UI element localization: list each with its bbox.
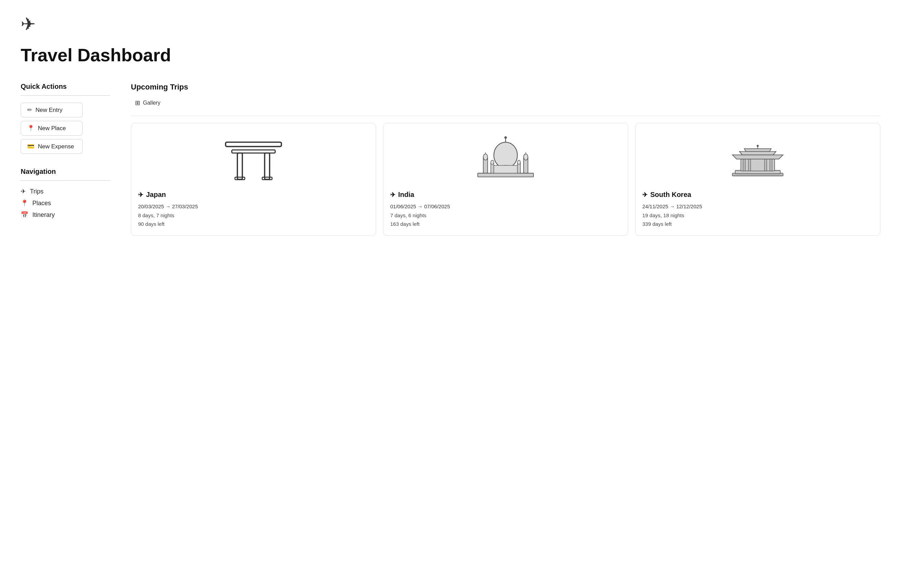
- navigation-section: Navigation ✈ Trips 📍 Places 📅 Itinerary: [21, 168, 110, 219]
- svg-rect-0: [226, 142, 281, 147]
- new-entry-label: New Entry: [36, 107, 62, 114]
- content-divider: [131, 116, 880, 116]
- gallery-label: Gallery: [143, 100, 161, 106]
- pin-icon: 📍: [27, 124, 34, 132]
- japan-image: [138, 130, 369, 185]
- quick-actions-divider: [21, 95, 110, 96]
- main-layout: Quick Actions ✏ New Entry 📍 New Place 💳 …: [21, 82, 880, 236]
- svg-rect-6: [478, 173, 533, 177]
- japan-meta: 20/03/2025 → 27/03/2025 8 days, 7 nights…: [138, 202, 369, 229]
- south-korea-plane-icon: ✈: [642, 191, 647, 199]
- svg-rect-25: [748, 159, 751, 171]
- pencil-icon: ✏: [27, 106, 32, 114]
- svg-marker-29: [739, 151, 776, 155]
- svg-rect-26: [765, 159, 767, 171]
- nav-divider: [21, 180, 110, 181]
- nav-list: ✈ Trips 📍 Places 📅 Itinerary: [21, 188, 110, 219]
- upcoming-trips-title: Upcoming Trips: [131, 82, 880, 92]
- trips-label: Trips: [30, 188, 44, 195]
- new-place-button[interactable]: 📍 New Place: [21, 121, 83, 135]
- svg-rect-3: [265, 153, 269, 180]
- trip-card-japan[interactable]: ✈ Japan 20/03/2025 → 27/03/2025 8 days, …: [131, 123, 376, 236]
- svg-rect-4: [235, 177, 245, 180]
- svg-point-36: [757, 145, 759, 147]
- new-expense-label: New Expense: [38, 143, 74, 150]
- svg-marker-28: [732, 155, 783, 159]
- svg-point-14: [524, 154, 528, 160]
- app-icon: ✈: [21, 14, 880, 34]
- navigation-title: Navigation: [21, 168, 110, 176]
- new-entry-button[interactable]: ✏ New Entry: [21, 103, 83, 117]
- svg-point-7: [494, 142, 517, 168]
- sidebar-item-places[interactable]: 📍 Places: [21, 199, 110, 207]
- south-korea-meta: 24/11/2025 → 12/12/2025 19 days, 18 nigh…: [642, 202, 873, 229]
- japan-plane-icon: ✈: [138, 191, 143, 199]
- svg-rect-24: [743, 159, 745, 171]
- india-name: ✈ India: [390, 191, 621, 199]
- japan-name: ✈ Japan: [138, 191, 369, 199]
- itinerary-icon: 📅: [21, 211, 28, 219]
- svg-rect-20: [494, 166, 517, 174]
- sidebar-item-itinerary[interactable]: 📅 Itinerary: [21, 211, 110, 219]
- south-korea-image: [642, 130, 873, 185]
- main-content: Upcoming Trips ⊞ Gallery: [131, 82, 880, 236]
- new-place-label: New Place: [38, 125, 66, 132]
- sidebar-item-trips[interactable]: ✈ Trips: [21, 188, 110, 195]
- svg-point-19: [517, 160, 521, 165]
- svg-point-17: [491, 160, 494, 165]
- india-meta: 01/06/2025 → 07/06/2025 7 days, 6 nights…: [390, 202, 621, 229]
- svg-rect-23: [741, 159, 775, 171]
- sidebar: Quick Actions ✏ New Entry 📍 New Place 💳 …: [21, 82, 110, 219]
- itinerary-label: Itinerary: [33, 212, 55, 219]
- gallery-toggle[interactable]: ⊞ Gallery: [131, 97, 880, 109]
- svg-point-9: [504, 136, 507, 139]
- trips-icon: ✈: [21, 188, 26, 195]
- page-title: Travel Dashboard: [21, 45, 880, 65]
- svg-marker-34: [744, 149, 772, 151]
- gallery-grid-icon: ⊞: [135, 99, 140, 107]
- svg-point-11: [483, 154, 488, 160]
- trip-card-south-korea[interactable]: ✈ South Korea 24/11/2025 → 12/12/2025 19…: [635, 123, 880, 236]
- places-label: Places: [33, 200, 51, 207]
- trips-grid: ✈ Japan 20/03/2025 → 27/03/2025 8 days, …: [131, 123, 880, 236]
- svg-rect-27: [770, 159, 772, 171]
- south-korea-name: ✈ South Korea: [642, 191, 873, 199]
- places-icon: 📍: [21, 199, 28, 207]
- svg-rect-2: [237, 153, 242, 180]
- new-expense-button[interactable]: 💳 New Expense: [21, 139, 83, 154]
- quick-actions-title: Quick Actions: [21, 82, 110, 90]
- india-plane-icon: ✈: [390, 191, 395, 199]
- svg-rect-5: [262, 177, 272, 180]
- quick-actions-list: ✏ New Entry 📍 New Place 💳 New Expense: [21, 103, 110, 154]
- india-image: [390, 130, 621, 185]
- card-icon: 💳: [27, 143, 34, 150]
- trip-card-india[interactable]: ✈ India 01/06/2025 → 07/06/2025 7 days, …: [383, 123, 628, 236]
